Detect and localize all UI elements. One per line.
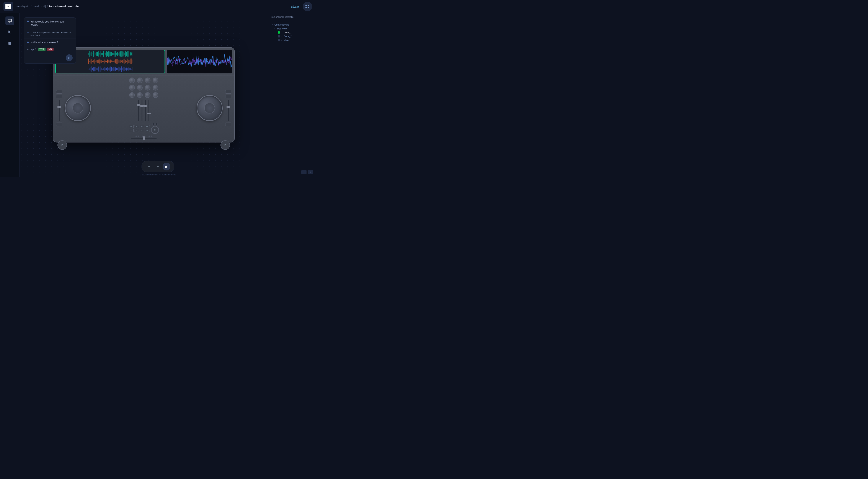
knob-1[interactable] xyxy=(129,77,135,83)
loop-btn-m2[interactable]: m xyxy=(134,125,139,128)
ch2-fader-track[interactable] xyxy=(142,100,143,121)
left-fader-thumb[interactable] xyxy=(57,106,61,108)
left-btn-3[interactable] xyxy=(56,123,62,126)
loop-btn-p1[interactable]: p xyxy=(129,129,133,132)
breadcrumb-music[interactable]: music xyxy=(33,5,40,8)
crossfader-track[interactable] xyxy=(131,138,157,139)
ch1-fader-thumb[interactable] xyxy=(137,104,140,106)
svg-rect-231 xyxy=(124,67,124,71)
ch4-fader-track[interactable] xyxy=(149,100,149,121)
svg-rect-211 xyxy=(113,68,113,70)
right-p-button[interactable]: P xyxy=(220,140,230,150)
controllerapp-label: ControllerApp xyxy=(274,23,289,26)
knob-9[interactable] xyxy=(129,92,135,98)
svg-rect-183 xyxy=(97,68,98,70)
ch3-fader-track[interactable] xyxy=(145,100,146,121)
right-fader-thumb[interactable] xyxy=(226,106,230,108)
user-menu-button[interactable] xyxy=(303,2,312,11)
left-jog-wheel[interactable] xyxy=(65,95,91,121)
loop-btn-e[interactable]: e xyxy=(134,129,139,132)
svg-rect-196 xyxy=(104,67,105,71)
knob-6[interactable] xyxy=(137,85,143,91)
svg-rect-22 xyxy=(97,51,97,57)
svg-rect-29 xyxy=(101,52,101,56)
svg-rect-195 xyxy=(104,69,104,69)
breadcrumb-mindsynth[interactable]: mindsynth xyxy=(17,5,29,8)
ch2-fader-thumb[interactable] xyxy=(140,105,144,107)
right-panel-minus-button[interactable]: − xyxy=(301,170,307,174)
right-btn-3[interactable] xyxy=(225,123,231,126)
loop-btn-rr[interactable]: RR xyxy=(145,125,150,128)
ai-confirm-text: Is this what you meant? xyxy=(31,41,58,44)
ai-suggestion-row[interactable]: Load a composition session instead of ju… xyxy=(24,29,76,39)
loop-btn-p2[interactable]: p xyxy=(140,129,144,132)
ai-panel: What would you like to create today? Loa… xyxy=(24,17,76,64)
logo[interactable] xyxy=(3,2,13,11)
svg-rect-192 xyxy=(102,69,103,70)
knob-10[interactable] xyxy=(137,92,143,98)
svg-rect-87 xyxy=(88,59,89,64)
right-fader-track[interactable] xyxy=(228,100,229,121)
left-btn-1[interactable] xyxy=(56,90,62,94)
main-area: What would you like to create today? Loa… xyxy=(20,13,268,177)
knob-5[interactable] xyxy=(129,85,135,91)
knob-3[interactable] xyxy=(145,77,150,83)
tree-item-mixer[interactable]: > Mixer xyxy=(271,38,313,42)
ch1-fader-track[interactable] xyxy=(138,100,139,121)
zoom-out-button[interactable]: − xyxy=(145,163,153,170)
left-p-button[interactable]: P xyxy=(57,140,67,150)
knob-2[interactable] xyxy=(137,77,143,83)
svg-rect-155 xyxy=(126,61,127,62)
loop-btn-m1[interactable]: m xyxy=(129,125,133,128)
knob-8[interactable] xyxy=(153,85,158,91)
svg-rect-204 xyxy=(109,67,110,71)
zoom-in-button[interactable]: + xyxy=(154,163,162,170)
accept-yes-button[interactable]: YES xyxy=(38,48,45,51)
right-jog-wheel[interactable] xyxy=(197,95,223,121)
sidebar-item-monitor[interactable] xyxy=(5,16,14,25)
left-btn-2[interactable] xyxy=(56,95,62,98)
svg-rect-170 xyxy=(90,69,90,70)
right-panel-plus-button[interactable]: + xyxy=(308,170,313,174)
ch4-fader-thumb[interactable] xyxy=(147,113,151,114)
svg-rect-227 xyxy=(122,67,122,71)
svg-rect-188 xyxy=(100,66,101,72)
svg-rect-200 xyxy=(107,68,107,70)
loop-btn-m3[interactable]: m xyxy=(140,125,144,128)
knob-11[interactable] xyxy=(145,92,150,98)
svg-rect-70 xyxy=(124,53,124,56)
svg-rect-117 xyxy=(105,61,105,62)
loop-btn-sr[interactable]: SR xyxy=(145,129,150,132)
right-panel-title: four channel controller xyxy=(271,15,313,20)
breadcrumb-dj[interactable]: dj xyxy=(43,5,45,8)
dot-spacer2 xyxy=(146,136,148,137)
svg-rect-59 xyxy=(118,52,118,56)
knob-12[interactable] xyxy=(153,92,158,98)
play-button[interactable]: ▶ xyxy=(163,163,170,170)
right-btn-1[interactable] xyxy=(225,90,231,94)
svg-rect-113 xyxy=(103,59,103,64)
knob-7[interactable] xyxy=(145,85,150,91)
left-fader-track[interactable] xyxy=(59,100,60,121)
svg-rect-116 xyxy=(104,60,105,63)
svg-rect-102 xyxy=(97,59,97,64)
sidebar-item-cursor[interactable] xyxy=(5,28,14,36)
right-btn-2[interactable] xyxy=(225,95,231,98)
sidebar-item-stop[interactable] xyxy=(5,39,14,48)
tree-item-controllerapp[interactable]: ∨ ControllerApp xyxy=(271,23,313,27)
led-1 xyxy=(152,123,155,125)
tree-item-deck2[interactable]: > Deck_2 xyxy=(271,34,313,38)
svg-rect-82 xyxy=(130,53,131,56)
ai-send-button[interactable]: ➤ xyxy=(66,54,73,61)
svg-rect-28 xyxy=(100,51,101,57)
svg-rect-184 xyxy=(98,67,98,71)
crossfader-thumb[interactable] xyxy=(143,136,145,140)
tree-item-deck1[interactable]: > Deck_1 xyxy=(271,31,313,34)
sync-button[interactable]: C xyxy=(151,126,159,134)
knob-4[interactable] xyxy=(153,77,158,83)
accept-no-button[interactable]: NO xyxy=(47,48,54,51)
ch3-fader-thumb[interactable] xyxy=(144,105,147,107)
svg-rect-144 xyxy=(120,60,121,63)
logo-icon xyxy=(5,4,11,9)
tree-item-mainview[interactable]: ∨ MainView xyxy=(271,27,313,31)
